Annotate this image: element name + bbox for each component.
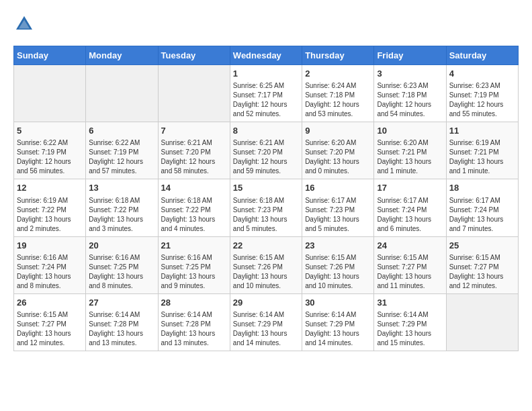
day-number: 4	[449, 68, 515, 80]
day-cell: 23Sunrise: 6:15 AM Sunset: 7:26 PM Dayli…	[302, 236, 374, 293]
day-cell: 5Sunrise: 6:22 AM Sunset: 7:19 PM Daylig…	[14, 122, 86, 179]
day-number: 12	[17, 182, 83, 194]
header-cell-friday: Friday	[374, 46, 446, 65]
day-number: 31	[377, 297, 443, 309]
day-cell: 13Sunrise: 6:18 AM Sunset: 7:22 PM Dayli…	[86, 179, 158, 236]
day-number: 21	[161, 240, 227, 252]
day-info: Sunrise: 6:15 AM Sunset: 7:27 PM Dayligh…	[449, 253, 515, 291]
day-number: 27	[89, 297, 154, 309]
day-info: Sunrise: 6:14 AM Sunset: 7:29 PM Dayligh…	[233, 310, 299, 348]
day-info: Sunrise: 6:15 AM Sunset: 7:27 PM Dayligh…	[377, 253, 443, 291]
day-cell: 17Sunrise: 6:17 AM Sunset: 7:24 PM Dayli…	[374, 179, 446, 236]
day-cell: 16Sunrise: 6:17 AM Sunset: 7:23 PM Dayli…	[302, 179, 374, 236]
day-number: 14	[161, 182, 227, 194]
day-number: 23	[305, 240, 371, 252]
day-info: Sunrise: 6:18 AM Sunset: 7:22 PM Dayligh…	[89, 196, 154, 234]
day-cell: 14Sunrise: 6:18 AM Sunset: 7:22 PM Dayli…	[158, 179, 230, 236]
day-cell: 24Sunrise: 6:15 AM Sunset: 7:27 PM Dayli…	[374, 236, 446, 293]
week-row: 26Sunrise: 6:15 AM Sunset: 7:27 PM Dayli…	[14, 293, 519, 351]
day-info: Sunrise: 6:14 AM Sunset: 7:28 PM Dayligh…	[161, 310, 227, 348]
day-cell: 30Sunrise: 6:14 AM Sunset: 7:29 PM Dayli…	[302, 293, 374, 351]
day-cell: 9Sunrise: 6:20 AM Sunset: 7:20 PM Daylig…	[302, 122, 374, 179]
day-info: Sunrise: 6:17 AM Sunset: 7:24 PM Dayligh…	[449, 196, 515, 234]
day-number: 9	[305, 125, 371, 137]
day-info: Sunrise: 6:15 AM Sunset: 7:26 PM Dayligh…	[233, 253, 299, 291]
day-cell: 21Sunrise: 6:16 AM Sunset: 7:25 PM Dayli…	[158, 236, 230, 293]
day-number: 17	[377, 182, 443, 194]
day-cell: 1Sunrise: 6:25 AM Sunset: 7:17 PM Daylig…	[230, 65, 302, 122]
day-number: 19	[17, 240, 83, 252]
day-info: Sunrise: 6:18 AM Sunset: 7:23 PM Dayligh…	[233, 196, 299, 234]
day-info: Sunrise: 6:17 AM Sunset: 7:24 PM Dayligh…	[377, 196, 443, 234]
day-number: 20	[89, 240, 154, 252]
calendar-header: SundayMondayTuesdayWednesdayThursdayFrid…	[14, 46, 519, 65]
day-info: Sunrise: 6:14 AM Sunset: 7:28 PM Dayligh…	[89, 310, 154, 348]
day-cell: 15Sunrise: 6:18 AM Sunset: 7:23 PM Dayli…	[230, 179, 302, 236]
header-cell-saturday: Saturday	[446, 46, 518, 65]
day-number: 24	[377, 240, 443, 252]
day-info: Sunrise: 6:15 AM Sunset: 7:27 PM Dayligh…	[17, 310, 83, 348]
day-info: Sunrise: 6:20 AM Sunset: 7:20 PM Dayligh…	[305, 138, 371, 176]
day-number: 6	[89, 125, 154, 137]
day-cell: 7Sunrise: 6:21 AM Sunset: 7:20 PM Daylig…	[158, 122, 230, 179]
day-number: 10	[377, 125, 443, 137]
day-number: 26	[17, 297, 83, 309]
day-cell: 28Sunrise: 6:14 AM Sunset: 7:28 PM Dayli…	[158, 293, 230, 351]
day-number: 1	[233, 68, 299, 80]
day-number: 29	[233, 297, 299, 309]
day-info: Sunrise: 6:25 AM Sunset: 7:17 PM Dayligh…	[233, 81, 299, 119]
day-info: Sunrise: 6:16 AM Sunset: 7:24 PM Dayligh…	[17, 253, 83, 291]
header-cell-wednesday: Wednesday	[230, 46, 302, 65]
day-cell: 22Sunrise: 6:15 AM Sunset: 7:26 PM Dayli…	[230, 236, 302, 293]
day-info: Sunrise: 6:21 AM Sunset: 7:20 PM Dayligh…	[161, 138, 227, 176]
day-number: 5	[17, 125, 83, 137]
day-number: 2	[305, 68, 371, 80]
day-cell: 4Sunrise: 6:23 AM Sunset: 7:19 PM Daylig…	[446, 65, 518, 122]
day-cell	[86, 65, 158, 122]
day-info: Sunrise: 6:18 AM Sunset: 7:22 PM Dayligh…	[161, 196, 227, 234]
day-number: 15	[233, 182, 299, 194]
week-row: 12Sunrise: 6:19 AM Sunset: 7:22 PM Dayli…	[14, 179, 519, 236]
header-cell-tuesday: Tuesday	[158, 46, 230, 65]
day-cell: 11Sunrise: 6:19 AM Sunset: 7:21 PM Dayli…	[446, 122, 518, 179]
day-info: Sunrise: 6:21 AM Sunset: 7:20 PM Dayligh…	[233, 138, 299, 176]
week-row: 5Sunrise: 6:22 AM Sunset: 7:19 PM Daylig…	[14, 122, 519, 179]
logo	[13, 13, 38, 35]
day-cell: 8Sunrise: 6:21 AM Sunset: 7:20 PM Daylig…	[230, 122, 302, 179]
week-row: 19Sunrise: 6:16 AM Sunset: 7:24 PM Dayli…	[14, 236, 519, 293]
day-cell: 19Sunrise: 6:16 AM Sunset: 7:24 PM Dayli…	[14, 236, 86, 293]
day-info: Sunrise: 6:22 AM Sunset: 7:19 PM Dayligh…	[89, 138, 154, 176]
week-row: 1Sunrise: 6:25 AM Sunset: 7:17 PM Daylig…	[14, 65, 519, 122]
day-info: Sunrise: 6:20 AM Sunset: 7:21 PM Dayligh…	[377, 138, 443, 176]
day-info: Sunrise: 6:17 AM Sunset: 7:23 PM Dayligh…	[305, 196, 371, 234]
day-number: 18	[449, 182, 515, 194]
header-row: SundayMondayTuesdayWednesdayThursdayFrid…	[14, 46, 519, 65]
day-info: Sunrise: 6:22 AM Sunset: 7:19 PM Dayligh…	[17, 138, 83, 176]
day-number: 11	[449, 125, 515, 137]
day-info: Sunrise: 6:14 AM Sunset: 7:29 PM Dayligh…	[305, 310, 371, 348]
day-cell: 10Sunrise: 6:20 AM Sunset: 7:21 PM Dayli…	[374, 122, 446, 179]
day-info: Sunrise: 6:24 AM Sunset: 7:18 PM Dayligh…	[305, 81, 371, 119]
day-info: Sunrise: 6:19 AM Sunset: 7:22 PM Dayligh…	[17, 196, 83, 234]
day-number: 7	[161, 125, 227, 137]
day-cell: 18Sunrise: 6:17 AM Sunset: 7:24 PM Dayli…	[446, 179, 518, 236]
calendar-table: SundayMondayTuesdayWednesdayThursdayFrid…	[13, 46, 519, 351]
day-info: Sunrise: 6:19 AM Sunset: 7:21 PM Dayligh…	[449, 138, 515, 176]
day-info: Sunrise: 6:23 AM Sunset: 7:19 PM Dayligh…	[449, 81, 515, 119]
day-cell	[446, 293, 518, 351]
day-info: Sunrise: 6:16 AM Sunset: 7:25 PM Dayligh…	[161, 253, 227, 291]
day-number: 13	[89, 182, 154, 194]
day-cell: 12Sunrise: 6:19 AM Sunset: 7:22 PM Dayli…	[14, 179, 86, 236]
header-cell-thursday: Thursday	[302, 46, 374, 65]
header-cell-sunday: Sunday	[14, 46, 86, 65]
day-info: Sunrise: 6:14 AM Sunset: 7:29 PM Dayligh…	[377, 310, 443, 348]
day-info: Sunrise: 6:15 AM Sunset: 7:26 PM Dayligh…	[305, 253, 371, 291]
header-cell-monday: Monday	[86, 46, 158, 65]
day-number: 16	[305, 182, 371, 194]
day-cell: 26Sunrise: 6:15 AM Sunset: 7:27 PM Dayli…	[14, 293, 86, 351]
day-cell: 31Sunrise: 6:14 AM Sunset: 7:29 PM Dayli…	[374, 293, 446, 351]
logo-icon	[13, 13, 35, 35]
day-cell: 3Sunrise: 6:23 AM Sunset: 7:18 PM Daylig…	[374, 65, 446, 122]
day-cell: 29Sunrise: 6:14 AM Sunset: 7:29 PM Dayli…	[230, 293, 302, 351]
day-cell: 25Sunrise: 6:15 AM Sunset: 7:27 PM Dayli…	[446, 236, 518, 293]
